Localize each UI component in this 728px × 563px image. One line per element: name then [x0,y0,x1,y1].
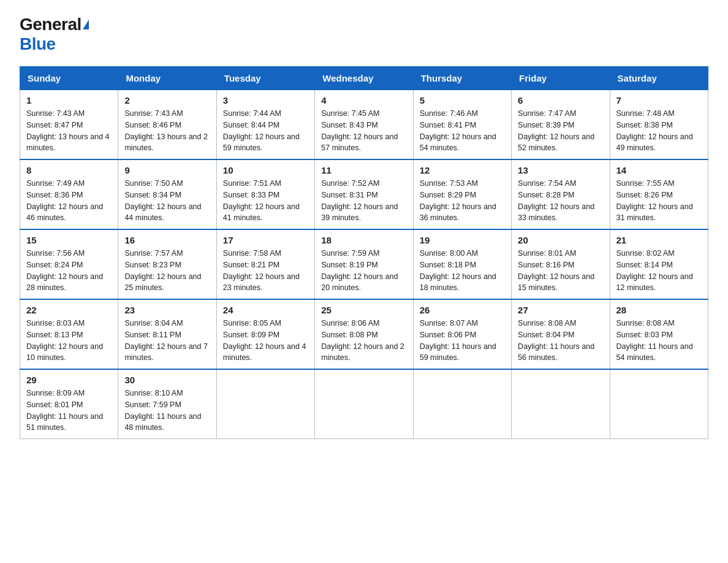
calendar-cell: 4 Sunrise: 7:45 AMSunset: 8:43 PMDayligh… [315,90,413,160]
logo: General Blue [20,15,89,54]
cell-info: Sunrise: 8:04 AMSunset: 8:11 PMDaylight:… [124,319,208,362]
day-number: 23 [124,305,210,315]
cell-info: Sunrise: 7:58 AMSunset: 8:21 PMDaylight:… [223,249,300,292]
calendar-cell: 7 Sunrise: 7:48 AMSunset: 8:38 PMDayligh… [610,90,708,160]
calendar-cell: 23 Sunrise: 8:04 AMSunset: 8:11 PMDaylig… [118,299,216,369]
calendar-cell: 5 Sunrise: 7:46 AMSunset: 8:41 PMDayligh… [413,90,511,160]
day-number: 8 [26,165,112,175]
calendar-cell: 2 Sunrise: 7:43 AMSunset: 8:46 PMDayligh… [118,90,216,160]
day-number: 29 [26,375,112,385]
calendar-cell: 18 Sunrise: 7:59 AMSunset: 8:19 PMDaylig… [315,229,413,299]
cell-info: Sunrise: 7:54 AMSunset: 8:28 PMDaylight:… [518,179,594,222]
page-header: General Blue [20,15,708,54]
cell-info: Sunrise: 8:09 AMSunset: 8:01 PMDaylight:… [26,389,103,432]
cell-info: Sunrise: 7:59 AMSunset: 8:19 PMDaylight:… [321,249,398,292]
day-number: 13 [518,165,603,175]
calendar-cell: 6 Sunrise: 7:47 AMSunset: 8:39 PMDayligh… [512,90,610,160]
calendar-week-row: 29 Sunrise: 8:09 AMSunset: 8:01 PMDaylig… [20,369,708,439]
calendar-week-row: 8 Sunrise: 7:49 AMSunset: 8:36 PMDayligh… [20,159,708,229]
calendar-cell: 26 Sunrise: 8:07 AMSunset: 8:06 PMDaylig… [413,299,511,369]
calendar-cell: 27 Sunrise: 8:08 AMSunset: 8:04 PMDaylig… [512,299,610,369]
cell-info: Sunrise: 8:03 AMSunset: 8:13 PMDaylight:… [26,319,103,362]
cell-info: Sunrise: 7:43 AMSunset: 8:46 PMDaylight:… [124,109,208,152]
cell-info: Sunrise: 7:49 AMSunset: 8:36 PMDaylight:… [26,179,103,222]
day-number: 27 [518,305,603,315]
calendar-cell: 12 Sunrise: 7:53 AMSunset: 8:29 PMDaylig… [413,159,511,229]
cell-info: Sunrise: 7:51 AMSunset: 8:33 PMDaylight:… [223,179,300,222]
day-number: 25 [321,305,406,315]
column-header-wednesday: Wednesday [315,67,413,90]
calendar-cell: 25 Sunrise: 8:06 AMSunset: 8:08 PMDaylig… [315,299,413,369]
calendar-cell: 30 Sunrise: 8:10 AMSunset: 7:59 PMDaylig… [118,369,216,439]
day-number: 16 [124,235,210,245]
day-number: 5 [420,95,505,105]
day-number: 24 [223,305,308,315]
day-number: 12 [420,165,505,175]
day-number: 2 [124,95,210,105]
cell-info: Sunrise: 7:57 AMSunset: 8:23 PMDaylight:… [124,249,201,292]
calendar-cell: 11 Sunrise: 7:52 AMSunset: 8:31 PMDaylig… [315,159,413,229]
cell-info: Sunrise: 7:53 AMSunset: 8:29 PMDaylight:… [420,179,496,222]
calendar-cell: 8 Sunrise: 7:49 AMSunset: 8:36 PMDayligh… [20,159,118,229]
logo-text-general: General [20,15,82,34]
calendar-cell [216,369,314,439]
day-number: 14 [616,165,702,175]
column-header-saturday: Saturday [610,67,708,90]
cell-info: Sunrise: 7:56 AMSunset: 8:24 PMDaylight:… [26,249,103,292]
cell-info: Sunrise: 7:48 AMSunset: 8:38 PMDaylight:… [616,109,693,152]
cell-info: Sunrise: 8:01 AMSunset: 8:16 PMDaylight:… [518,249,594,292]
logo-text-blue: Blue [20,34,56,54]
cell-info: Sunrise: 7:43 AMSunset: 8:47 PMDaylight:… [26,109,110,152]
cell-info: Sunrise: 7:44 AMSunset: 8:44 PMDaylight:… [223,109,300,152]
cell-info: Sunrise: 8:05 AMSunset: 8:09 PMDaylight:… [223,319,306,362]
cell-info: Sunrise: 7:52 AMSunset: 8:31 PMDaylight:… [321,179,398,222]
calendar-cell: 9 Sunrise: 7:50 AMSunset: 8:34 PMDayligh… [118,159,216,229]
calendar-cell: 13 Sunrise: 7:54 AMSunset: 8:28 PMDaylig… [512,159,610,229]
day-number: 28 [616,305,702,315]
day-number: 10 [223,165,308,175]
cell-info: Sunrise: 7:50 AMSunset: 8:34 PMDaylight:… [124,179,201,222]
day-number: 3 [223,95,308,105]
day-number: 6 [518,95,603,105]
calendar-week-row: 15 Sunrise: 7:56 AMSunset: 8:24 PMDaylig… [20,229,708,299]
cell-info: Sunrise: 8:08 AMSunset: 8:03 PMDaylight:… [616,319,693,362]
calendar-cell: 21 Sunrise: 8:02 AMSunset: 8:14 PMDaylig… [610,229,708,299]
cell-info: Sunrise: 8:02 AMSunset: 8:14 PMDaylight:… [616,249,693,292]
calendar-cell [512,369,610,439]
calendar-cell: 24 Sunrise: 8:05 AMSunset: 8:09 PMDaylig… [216,299,314,369]
cell-info: Sunrise: 7:47 AMSunset: 8:39 PMDaylight:… [518,109,594,152]
day-number: 30 [124,375,210,385]
calendar-week-row: 1 Sunrise: 7:43 AMSunset: 8:47 PMDayligh… [20,90,708,160]
calendar-cell: 10 Sunrise: 7:51 AMSunset: 8:33 PMDaylig… [216,159,314,229]
day-number: 15 [26,235,112,245]
calendar-cell: 14 Sunrise: 7:55 AMSunset: 8:26 PMDaylig… [610,159,708,229]
cell-info: Sunrise: 7:46 AMSunset: 8:41 PMDaylight:… [420,109,496,152]
calendar-cell: 19 Sunrise: 8:00 AMSunset: 8:18 PMDaylig… [413,229,511,299]
day-number: 11 [321,165,406,175]
day-number: 4 [321,95,406,105]
calendar-table: SundayMondayTuesdayWednesdayThursdayFrid… [20,66,708,439]
cell-info: Sunrise: 8:06 AMSunset: 8:08 PMDaylight:… [321,319,404,362]
cell-info: Sunrise: 7:55 AMSunset: 8:26 PMDaylight:… [616,179,693,222]
column-header-sunday: Sunday [20,67,118,90]
cell-info: Sunrise: 7:45 AMSunset: 8:43 PMDaylight:… [321,109,398,152]
calendar-cell [610,369,708,439]
day-number: 1 [26,95,112,105]
cell-info: Sunrise: 8:07 AMSunset: 8:06 PMDaylight:… [420,319,496,362]
day-number: 26 [420,305,505,315]
day-number: 21 [616,235,702,245]
day-number: 17 [223,235,308,245]
calendar-cell: 17 Sunrise: 7:58 AMSunset: 8:21 PMDaylig… [216,229,314,299]
cell-info: Sunrise: 8:00 AMSunset: 8:18 PMDaylight:… [420,249,496,292]
calendar-cell: 1 Sunrise: 7:43 AMSunset: 8:47 PMDayligh… [20,90,118,160]
column-header-friday: Friday [512,67,610,90]
day-number: 7 [616,95,702,105]
calendar-cell: 16 Sunrise: 7:57 AMSunset: 8:23 PMDaylig… [118,229,216,299]
day-number: 9 [124,165,210,175]
cell-info: Sunrise: 8:10 AMSunset: 7:59 PMDaylight:… [124,389,201,432]
calendar-cell: 28 Sunrise: 8:08 AMSunset: 8:03 PMDaylig… [610,299,708,369]
column-header-tuesday: Tuesday [216,67,314,90]
day-number: 22 [26,305,112,315]
calendar-cell: 20 Sunrise: 8:01 AMSunset: 8:16 PMDaylig… [512,229,610,299]
calendar-header-row: SundayMondayTuesdayWednesdayThursdayFrid… [20,67,708,90]
